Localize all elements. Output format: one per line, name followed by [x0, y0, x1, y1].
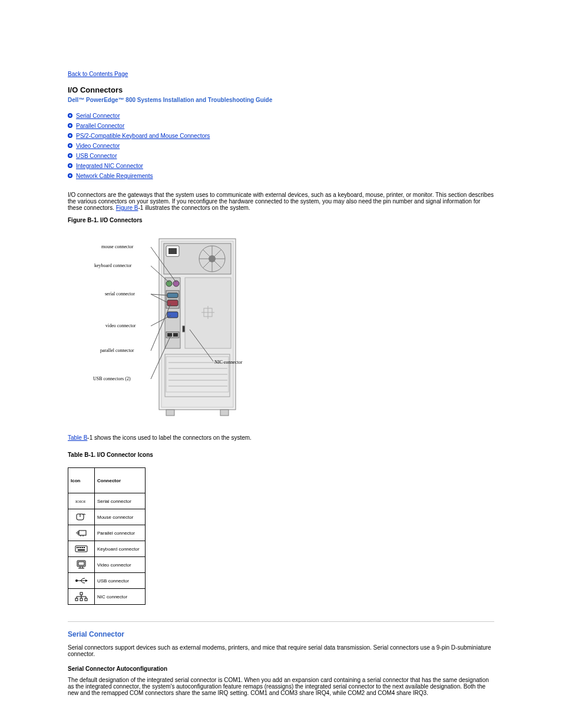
serial-icon: IOIOI [68, 493, 95, 509]
svg-rect-59 [78, 562, 84, 565]
diagram-label-parallel: parallel connector [100, 348, 134, 353]
page-title: I/O Connectors [68, 85, 494, 94]
svg-rect-19 [167, 333, 172, 337]
divider [68, 621, 494, 622]
table-intro: Table B-1 shows the icons used to label … [68, 434, 494, 441]
table-cell-label: Mouse connector [95, 509, 146, 525]
diagram-label-usb: USB connectors (2) [93, 376, 131, 381]
svg-rect-54 [80, 547, 81, 548]
table-header-icon: Icon [68, 468, 95, 493]
table-row: Keyboard connector [68, 541, 146, 557]
serial-para1: Serial connectors support devices such a… [68, 644, 494, 657]
diagram-label-video: video connector [105, 323, 136, 328]
svg-rect-20 [173, 333, 178, 337]
diagram-label-nic: NIC connector [214, 360, 243, 365]
bullet-icon [68, 163, 72, 168]
figure-caption: Figure B-1. I/O Connectors [68, 217, 494, 223]
figure-b1-diagram: mouse connector keyboard connector seria… [77, 233, 494, 421]
page-subtitle: Dell™ PowerEdge™ 800 Systems Installatio… [68, 97, 494, 103]
svg-rect-33 [166, 410, 174, 416]
table-row: Video connector [68, 557, 146, 573]
io-icons-table: Icon Connector IOIOI Serial connector Mo… [68, 467, 146, 605]
bullet-icon [68, 113, 72, 118]
mouse-icon [68, 509, 95, 525]
table-cell-label: Parallel connector [95, 525, 146, 541]
serial-para2: The default designation of the integrate… [68, 677, 494, 696]
table-row: NIC connector [68, 589, 146, 605]
diagram-label-mouse: mouse connector [101, 244, 134, 249]
svg-point-63 [75, 579, 78, 582]
svg-rect-57 [78, 549, 85, 551]
svg-rect-51 [75, 546, 87, 552]
svg-rect-45 [79, 531, 86, 535]
toc-cable[interactable]: Network Cable Requirements [76, 173, 153, 179]
svg-rect-10 [168, 248, 177, 254]
toc-ps2[interactable]: PS/2-Compatible Keyboard and Mouse Conne… [76, 133, 210, 139]
nic-icon [68, 589, 95, 605]
diagram-label-keyboard: keyboard connector [94, 263, 132, 268]
toc-list: Serial Connector Parallel Connector PS/2… [68, 111, 494, 180]
svg-point-12 [166, 281, 172, 286]
usb-icon [68, 573, 95, 589]
table-cell-label: Keyboard connector [95, 541, 146, 557]
svg-rect-56 [84, 547, 85, 548]
svg-rect-52 [77, 547, 78, 548]
section-heading-serial: Serial Connector [68, 630, 494, 638]
bullet-icon [68, 153, 72, 158]
toc-usb[interactable]: USB Connector [76, 153, 117, 159]
parallel-icon [68, 525, 95, 541]
table-cell-label: Video connector [95, 557, 146, 573]
table-cell-label: USB connector [95, 573, 146, 589]
svg-rect-16 [167, 300, 178, 306]
table-row: USB connector [68, 573, 146, 589]
svg-marker-65 [85, 579, 88, 582]
svg-rect-72 [75, 598, 78, 601]
svg-rect-15 [167, 293, 178, 298]
toc-parallel[interactable]: Parallel Connector [76, 123, 124, 129]
toc-serial[interactable]: Serial Connector [76, 113, 120, 119]
section-subheading-autoconfig: Serial Connector Autoconfiguration [68, 666, 494, 672]
video-icon [68, 557, 95, 573]
table-row: Mouse connector [68, 509, 146, 525]
figure-link-inline[interactable]: Figure B [116, 205, 138, 211]
toc-nic[interactable]: Integrated NIC Connector [76, 163, 143, 169]
bullet-icon [68, 173, 72, 178]
toc-video[interactable]: Video Connector [76, 143, 120, 149]
keyboard-icon [68, 541, 95, 557]
back-to-contents-link[interactable]: Back to Contents Page [68, 71, 494, 77]
bullet-icon [68, 133, 72, 138]
bullet-icon [68, 143, 72, 148]
table-cell-label: NIC connector [95, 589, 146, 605]
svg-rect-53 [78, 547, 80, 548]
diagram-label-serial: serial connector [105, 291, 135, 297]
svg-rect-66 [80, 592, 82, 595]
svg-rect-73 [80, 598, 82, 601]
table-row: Parallel connector [68, 525, 146, 541]
table-cell-label: Serial connector [95, 493, 146, 509]
svg-rect-17 [167, 312, 178, 318]
svg-rect-74 [85, 598, 87, 601]
svg-rect-55 [82, 547, 83, 548]
table-link-inline[interactable]: Table B [68, 434, 87, 441]
svg-point-13 [173, 281, 179, 286]
table-caption: Table B-1. I/O Connector Icons [68, 452, 494, 458]
table-row: IOIOI Serial connector [68, 493, 146, 509]
bullet-icon [68, 123, 72, 128]
intro-paragraph: I/O connectors are the gateways that the… [68, 192, 494, 211]
svg-text:IOIOI: IOIOI [75, 499, 86, 504]
table-header-connector: Connector [95, 468, 146, 493]
svg-rect-34 [220, 410, 229, 416]
